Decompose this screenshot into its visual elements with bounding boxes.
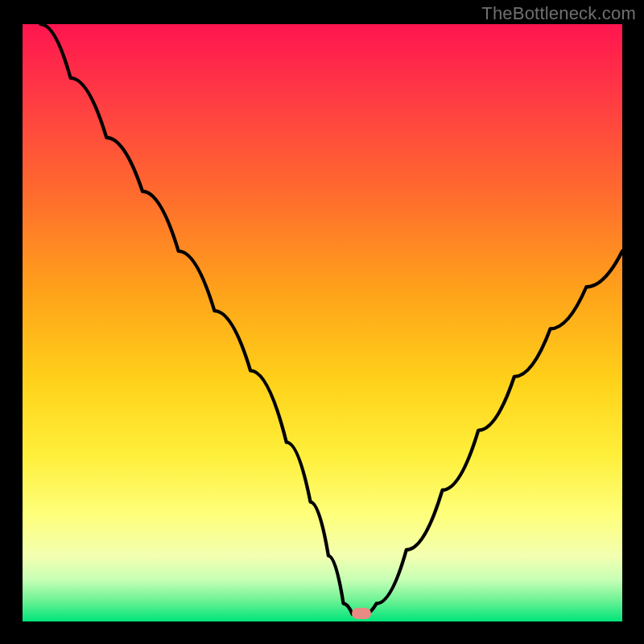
bottleneck-curve [23, 24, 622, 621]
chart-frame: TheBottleneck.com [0, 0, 644, 644]
plot-area [23, 24, 622, 621]
curve-path [40, 24, 622, 614]
watermark-text: TheBottleneck.com [481, 3, 636, 24]
optimum-marker [352, 608, 371, 619]
